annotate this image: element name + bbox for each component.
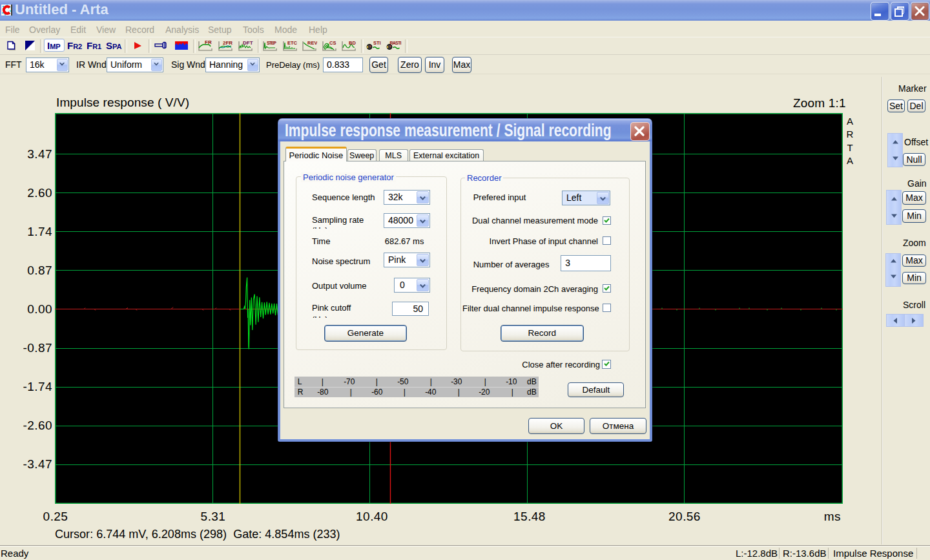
svg-text:CS: CS (329, 40, 336, 46)
svg-text:ETC: ETC (287, 40, 298, 46)
svg-text:FR: FR (205, 39, 212, 45)
svg-text:DFT: DFT (243, 40, 253, 46)
svg-text:STEP: STEP (267, 41, 276, 45)
svg-text:STI: STI (373, 40, 381, 46)
svg-text:RASTI: RASTI (390, 41, 402, 45)
svg-text:REV: REV (307, 40, 317, 46)
svg-text:BD: BD (349, 40, 356, 46)
svg-text:2FR: 2FR (223, 40, 232, 46)
